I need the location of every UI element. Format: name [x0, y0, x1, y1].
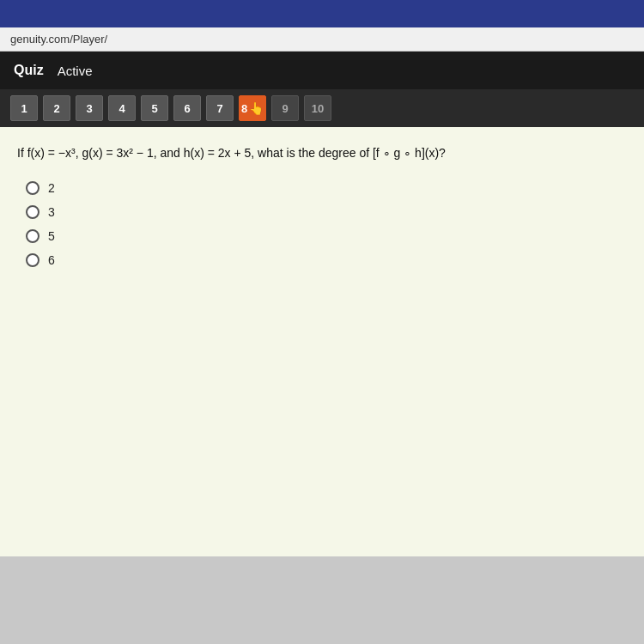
nav-btn-4[interactable]: 4: [108, 95, 136, 121]
question-text: If f(x) = −x³, g(x) = 3x² − 1, and h(x) …: [17, 144, 627, 162]
nav-btn-6[interactable]: 6: [173, 95, 201, 121]
nav-btn-5[interactable]: 5: [141, 95, 168, 121]
option-label-6: 6: [48, 253, 55, 267]
options-list: 2 3 5 6: [17, 181, 627, 267]
main-content: If f(x) = −x³, g(x) = 3x² − 1, and h(x) …: [0, 127, 644, 556]
nav-btn-3[interactable]: 3: [76, 95, 103, 121]
option-label-5: 5: [48, 229, 55, 243]
option-label-2: 2: [48, 181, 55, 195]
question-nav: 12345678👆910: [0, 89, 644, 127]
nav-btn-10: 10: [304, 95, 331, 121]
quiz-header: Quiz Active: [0, 52, 644, 89]
quiz-label: Quiz: [14, 63, 44, 78]
option-label-3: 3: [48, 205, 55, 219]
option-row[interactable]: 5: [26, 229, 627, 243]
radio-6[interactable]: [26, 253, 39, 267]
radio-5[interactable]: [26, 229, 39, 243]
nav-btn-9: 9: [271, 95, 299, 121]
nav-btn-7[interactable]: 7: [206, 95, 234, 121]
nav-btn-2[interactable]: 2: [43, 95, 70, 121]
radio-2[interactable]: [26, 181, 39, 195]
quiz-status: Active: [58, 64, 93, 78]
nav-btn-1[interactable]: 1: [10, 95, 38, 121]
nav-btn-8[interactable]: 8👆: [239, 95, 266, 121]
option-row[interactable]: 6: [26, 253, 627, 267]
address-bar: genuity.com/Player/: [0, 27, 644, 52]
option-row[interactable]: 2: [26, 181, 627, 195]
radio-3[interactable]: [26, 205, 39, 219]
url-text: genuity.com/Player/: [10, 33, 107, 46]
browser-top-bar: [0, 0, 644, 27]
option-row[interactable]: 3: [26, 205, 627, 219]
